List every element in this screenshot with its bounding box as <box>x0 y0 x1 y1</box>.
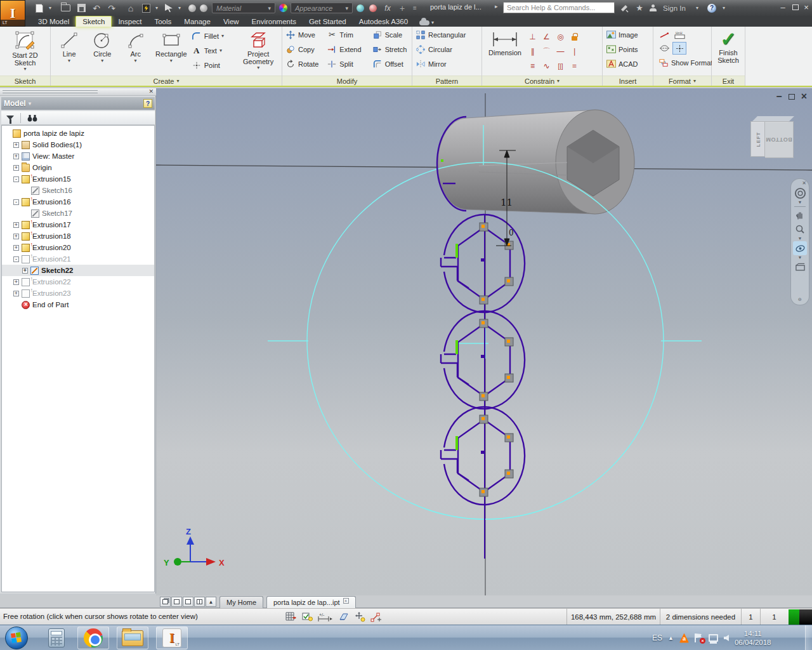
tree-item-view-master[interactable]: +View: Master <box>2 150 154 162</box>
return-dropdown[interactable]: ▾ <box>154 2 160 14</box>
navbar-menu-caret[interactable]: ⊖ <box>798 297 802 302</box>
circle-button[interactable]: Circle▾ <box>86 29 119 63</box>
arrange-cascade-button[interactable] <box>160 597 171 607</box>
extend-button[interactable]: Extend <box>325 42 370 56</box>
browser-header[interactable]: Model▾ ? <box>1 97 155 110</box>
fillet-button[interactable]: Fillet▾ <box>190 29 237 43</box>
tree-item-extrusion22[interactable]: +Extrusion22 <box>2 276 154 288</box>
return-button[interactable] <box>140 2 152 14</box>
tab-document[interactable]: porta lapiz de lap...ipt × <box>266 596 356 608</box>
pan-button[interactable] <box>793 208 807 222</box>
panel-label-constrain[interactable]: Constrain▾ <box>482 76 602 86</box>
graphics-viewport[interactable]: 11 0 Z Y X – × LEFT BOTTOM <box>156 88 812 595</box>
constraint-inference-icon[interactable] <box>302 612 313 622</box>
construction-button[interactable] <box>657 29 671 41</box>
tree-item-sketch16[interactable]: Sketch16 <box>2 185 154 196</box>
text-button[interactable]: A Text▾ <box>190 43 237 58</box>
show-desktop-button[interactable] <box>805 625 812 650</box>
scale-button[interactable]: Scale <box>371 27 410 42</box>
tree-item-extrusion18[interactable]: +Extrusion18 <box>2 230 154 242</box>
find-binoculars-icon[interactable] <box>27 114 37 122</box>
constraint-perpendicular-button[interactable]: ∠ <box>540 30 553 44</box>
undo-button[interactable]: ↶ <box>90 2 103 14</box>
speaker-icon[interactable] <box>724 635 729 641</box>
insert-image-button[interactable]: Image <box>605 27 639 42</box>
zoom-dropdown-caret[interactable]: ▼ <box>798 236 802 241</box>
sign-in-dropdown[interactable]: ▾ <box>694 2 700 14</box>
tab-3d-model[interactable]: 3D Model <box>32 17 75 27</box>
tree-item-extrusion16[interactable]: -Extrusion16 <box>2 196 154 208</box>
viewcube-bottom-face[interactable]: BOTTOM <box>765 121 794 158</box>
arc-button[interactable]: Arc▾ <box>119 29 152 63</box>
qat-menu-button[interactable]: ≡ <box>410 2 420 14</box>
taskbar-explorer-button[interactable] <box>117 627 148 649</box>
taskbar-clock[interactable]: 14:11 06/04/2018 <box>735 629 771 647</box>
constraint-vertical-button[interactable]: ∣ <box>568 44 581 58</box>
circular-pattern-button[interactable]: Circular <box>414 42 478 56</box>
parameters-fx-button[interactable]: fx <box>382 2 393 14</box>
drag-sketch-icon[interactable] <box>355 612 365 622</box>
app-logo[interactable]: I LT <box>0 0 25 27</box>
dimension-button[interactable]: Dimension <box>484 29 526 57</box>
action-center-flag-icon[interactable]: × <box>695 633 703 642</box>
favorites-button[interactable]: ★ <box>634 2 645 14</box>
orbit-dropdown-caret[interactable]: ▼ <box>798 255 802 260</box>
view-cube[interactable]: LEFT BOTTOM <box>750 120 795 159</box>
community-button[interactable] <box>619 2 630 14</box>
project-geometry-button[interactable]: Project Geometry▾ <box>237 29 280 70</box>
orbit-button-active[interactable] <box>793 241 807 255</box>
taskbar-chrome-button[interactable] <box>77 627 109 649</box>
browser-close-icon[interactable]: ✕ <box>148 89 154 95</box>
tree-item-extrusion17[interactable]: +Extrusion17 <box>2 219 154 230</box>
constraint-equal-button[interactable]: = <box>568 59 581 73</box>
tab-tools[interactable]: Tools <box>148 17 178 27</box>
redo-button[interactable]: ↷ <box>105 2 118 14</box>
dimension-value-11[interactable]: 11 <box>501 197 513 208</box>
tab-get-started[interactable]: Get Started <box>303 17 353 27</box>
tree-item-end-of-part[interactable]: End of Part <box>2 299 154 310</box>
copy-button[interactable]: Copy <box>284 42 325 56</box>
doc-restore-button[interactable] <box>789 94 795 100</box>
insert-points-button[interactable]: Points <box>605 42 639 56</box>
constraint-coincident-button[interactable]: ⊥ <box>526 30 539 44</box>
viewcube-left-face[interactable]: LEFT <box>750 121 765 157</box>
add-qat-button[interactable]: + <box>397 2 407 14</box>
constraint-smooth-button[interactable]: ∿ <box>540 59 553 73</box>
offset-button[interactable]: Offset <box>371 56 410 71</box>
navigation-wheel-button[interactable] <box>793 186 807 200</box>
home-button[interactable]: ⌂ <box>124 2 137 14</box>
sketch-hexagon-unit-3[interactable] <box>441 407 525 505</box>
wheel-dropdown-caret[interactable]: ▼ <box>798 200 802 205</box>
tree-item-origin[interactable]: +Origin <box>2 162 154 173</box>
point-button[interactable]: Point <box>190 58 237 72</box>
network-icon[interactable] <box>709 634 718 642</box>
sketch-hexagon-unit-2[interactable] <box>441 311 525 409</box>
trim-button[interactable]: ✂ Trim <box>325 27 370 42</box>
tab-view[interactable]: View <box>217 17 246 27</box>
arrange-vertical-button[interactable] <box>194 597 205 607</box>
show-format-button[interactable]: Show Format <box>657 55 714 70</box>
center-point-button[interactable] <box>672 42 686 55</box>
new-document-button[interactable] <box>33 2 46 14</box>
rotate-button[interactable]: Rotate <box>284 56 325 71</box>
dimension-display-icon[interactable]: +/- <box>318 612 333 622</box>
taskbar-calculator-button[interactable] <box>48 628 65 647</box>
line-button[interactable]: Line▾ <box>53 29 86 63</box>
sign-in-button[interactable]: Sign In <box>660 2 689 14</box>
sketch-canvas[interactable]: 11 0 Z Y X <box>156 88 812 595</box>
appearance-dropdown[interactable]: Appearance <box>291 3 353 13</box>
user-button[interactable] <box>648 2 657 14</box>
render-ball-button[interactable] <box>198 2 209 14</box>
tree-item-sketch22-active[interactable]: +Sketch22 <box>2 265 154 276</box>
centerline-button[interactable] <box>657 42 671 55</box>
view-face-icon[interactable] <box>338 612 350 622</box>
look-at-button[interactable] <box>793 260 807 274</box>
antivirus-icon[interactable]: a <box>679 633 689 643</box>
rectangular-pattern-button[interactable]: Rectangular <box>414 27 478 42</box>
start-button[interactable] <box>5 627 28 649</box>
save-button[interactable] <box>75 2 88 14</box>
constraint-lock-button[interactable] <box>568 30 581 44</box>
constraint-parallel-button[interactable]: ∥ <box>526 44 539 58</box>
move-node-icon[interactable] <box>370 612 382 622</box>
color-wheel-button[interactable] <box>278 2 288 14</box>
